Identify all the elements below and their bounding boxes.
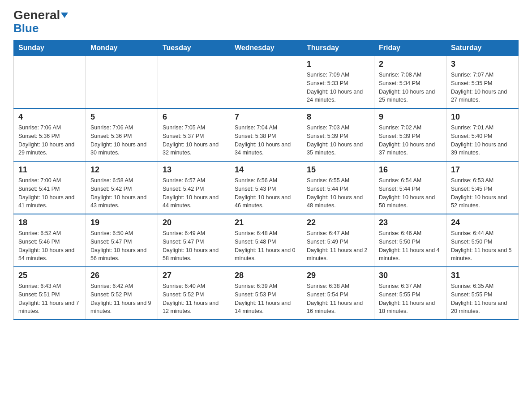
weekday-header-monday: Monday — [86, 40, 158, 56]
day-number: 23 — [379, 218, 442, 227]
day-info: Sunrise: 6:42 AMSunset: 5:52 PMDaylight:… — [90, 282, 153, 316]
day-number: 7 — [235, 112, 297, 122]
day-number: 12 — [90, 165, 153, 175]
calendar-cell: 1Sunrise: 7:09 AMSunset: 5:33 PMDaylight… — [302, 56, 374, 109]
logo-blue: Blue — [13, 21, 39, 35]
day-number: 27 — [163, 271, 225, 280]
day-info: Sunrise: 6:48 AMSunset: 5:48 PMDaylight:… — [235, 229, 297, 263]
day-number: 25 — [18, 271, 81, 280]
calendar-cell: 19Sunrise: 6:50 AMSunset: 5:47 PMDayligh… — [86, 214, 158, 267]
weekday-header-saturday: Saturday — [446, 40, 519, 56]
day-info: Sunrise: 6:40 AMSunset: 5:52 PMDaylight:… — [163, 282, 225, 316]
day-info: Sunrise: 6:49 AMSunset: 5:47 PMDaylight:… — [163, 229, 225, 263]
calendar-cell: 22Sunrise: 6:47 AMSunset: 5:49 PMDayligh… — [302, 214, 374, 267]
day-info: Sunrise: 6:55 AMSunset: 5:44 PMDaylight:… — [307, 176, 369, 210]
day-number: 11 — [18, 165, 81, 175]
calendar-cell: 28Sunrise: 6:39 AMSunset: 5:53 PMDayligh… — [230, 267, 302, 320]
weekday-header-sunday: Sunday — [14, 40, 86, 56]
calendar-cell: 24Sunrise: 6:44 AMSunset: 5:50 PMDayligh… — [446, 214, 519, 267]
day-info: Sunrise: 6:47 AMSunset: 5:49 PMDaylight:… — [307, 229, 369, 263]
calendar-cell: 17Sunrise: 6:53 AMSunset: 5:45 PMDayligh… — [446, 161, 519, 214]
day-info: Sunrise: 7:06 AMSunset: 5:36 PMDaylight:… — [18, 124, 81, 157]
day-info: Sunrise: 6:57 AMSunset: 5:42 PMDaylight:… — [163, 176, 225, 210]
day-number: 6 — [163, 112, 225, 122]
day-info: Sunrise: 7:03 AMSunset: 5:39 PMDaylight:… — [307, 124, 369, 157]
day-info: Sunrise: 6:58 AMSunset: 5:42 PMDaylight:… — [90, 176, 153, 210]
calendar-cell: 29Sunrise: 6:38 AMSunset: 5:54 PMDayligh… — [302, 267, 374, 320]
page-header: General Blue — [13, 9, 519, 35]
calendar-cell: 25Sunrise: 6:43 AMSunset: 5:51 PMDayligh… — [14, 267, 86, 320]
calendar-week-row: 11Sunrise: 7:00 AMSunset: 5:41 PMDayligh… — [14, 161, 519, 214]
calendar-cell — [86, 56, 158, 109]
day-number: 10 — [451, 112, 514, 122]
weekday-header-row: SundayMondayTuesdayWednesdayThursdayFrid… — [14, 40, 519, 56]
calendar-cell: 18Sunrise: 6:52 AMSunset: 5:46 PMDayligh… — [14, 214, 86, 267]
day-info: Sunrise: 6:54 AMSunset: 5:44 PMDaylight:… — [379, 176, 442, 210]
day-info: Sunrise: 7:08 AMSunset: 5:34 PMDaylight:… — [379, 71, 442, 104]
day-info: Sunrise: 7:00 AMSunset: 5:41 PMDaylight:… — [18, 176, 81, 210]
calendar-cell: 31Sunrise: 6:35 AMSunset: 5:55 PMDayligh… — [446, 267, 519, 320]
day-number: 4 — [18, 112, 81, 122]
day-number: 26 — [90, 271, 153, 280]
calendar-cell: 23Sunrise: 6:46 AMSunset: 5:50 PMDayligh… — [374, 214, 446, 267]
calendar-cell: 2Sunrise: 7:08 AMSunset: 5:34 PMDaylight… — [374, 56, 446, 109]
weekday-header-tuesday: Tuesday — [158, 40, 230, 56]
day-info: Sunrise: 6:53 AMSunset: 5:45 PMDaylight:… — [451, 176, 514, 210]
day-number: 15 — [307, 165, 369, 175]
calendar-cell: 10Sunrise: 7:01 AMSunset: 5:40 PMDayligh… — [446, 108, 519, 161]
day-info: Sunrise: 6:52 AMSunset: 5:46 PMDaylight:… — [18, 229, 81, 263]
calendar-cell: 3Sunrise: 7:07 AMSunset: 5:35 PMDaylight… — [446, 56, 519, 109]
calendar-week-row: 25Sunrise: 6:43 AMSunset: 5:51 PMDayligh… — [14, 267, 519, 320]
day-number: 2 — [379, 60, 442, 69]
calendar-cell: 4Sunrise: 7:06 AMSunset: 5:36 PMDaylight… — [14, 108, 86, 161]
day-info: Sunrise: 7:04 AMSunset: 5:38 PMDaylight:… — [235, 124, 297, 157]
day-number: 9 — [379, 112, 442, 122]
calendar-week-row: 18Sunrise: 6:52 AMSunset: 5:46 PMDayligh… — [14, 214, 519, 267]
day-number: 31 — [451, 271, 514, 280]
calendar-cell: 7Sunrise: 7:04 AMSunset: 5:38 PMDaylight… — [230, 108, 302, 161]
day-info: Sunrise: 7:09 AMSunset: 5:33 PMDaylight:… — [307, 71, 369, 104]
day-number: 21 — [235, 218, 297, 227]
day-info: Sunrise: 6:35 AMSunset: 5:55 PMDaylight:… — [451, 282, 514, 316]
calendar-cell — [230, 56, 302, 109]
logo: General Blue — [13, 9, 68, 35]
calendar-cell: 6Sunrise: 7:05 AMSunset: 5:37 PMDaylight… — [158, 108, 230, 161]
day-number: 19 — [90, 218, 153, 227]
calendar-cell: 9Sunrise: 7:02 AMSunset: 5:39 PMDaylight… — [374, 108, 446, 161]
calendar-cell: 8Sunrise: 7:03 AMSunset: 5:39 PMDaylight… — [302, 108, 374, 161]
weekday-header-friday: Friday — [374, 40, 446, 56]
day-number: 24 — [451, 218, 514, 227]
calendar-cell: 5Sunrise: 7:06 AMSunset: 5:36 PMDaylight… — [86, 108, 158, 161]
calendar-cell: 14Sunrise: 6:56 AMSunset: 5:43 PMDayligh… — [230, 161, 302, 214]
day-number: 3 — [451, 60, 514, 69]
calendar-cell: 16Sunrise: 6:54 AMSunset: 5:44 PMDayligh… — [374, 161, 446, 214]
calendar-cell: 13Sunrise: 6:57 AMSunset: 5:42 PMDayligh… — [158, 161, 230, 214]
logo-general: General — [13, 9, 60, 21]
day-info: Sunrise: 7:02 AMSunset: 5:39 PMDaylight:… — [379, 124, 442, 157]
calendar-week-row: 4Sunrise: 7:06 AMSunset: 5:36 PMDaylight… — [14, 108, 519, 161]
day-number: 17 — [451, 165, 514, 175]
calendar-week-row: 1Sunrise: 7:09 AMSunset: 5:33 PMDaylight… — [14, 56, 519, 109]
calendar-cell: 20Sunrise: 6:49 AMSunset: 5:47 PMDayligh… — [158, 214, 230, 267]
day-number: 22 — [307, 218, 369, 227]
calendar-cell: 27Sunrise: 6:40 AMSunset: 5:52 PMDayligh… — [158, 267, 230, 320]
day-number: 16 — [379, 165, 442, 175]
calendar-cell: 21Sunrise: 6:48 AMSunset: 5:48 PMDayligh… — [230, 214, 302, 267]
weekday-header-wednesday: Wednesday — [230, 40, 302, 56]
day-number: 30 — [379, 271, 442, 280]
day-info: Sunrise: 6:46 AMSunset: 5:50 PMDaylight:… — [379, 229, 442, 263]
day-info: Sunrise: 6:37 AMSunset: 5:55 PMDaylight:… — [379, 282, 442, 316]
day-number: 18 — [18, 218, 81, 227]
day-info: Sunrise: 6:56 AMSunset: 5:43 PMDaylight:… — [235, 176, 297, 210]
day-number: 20 — [163, 218, 225, 227]
day-info: Sunrise: 7:06 AMSunset: 5:36 PMDaylight:… — [90, 124, 153, 157]
day-info: Sunrise: 6:43 AMSunset: 5:51 PMDaylight:… — [18, 282, 81, 316]
day-number: 14 — [235, 165, 297, 175]
calendar-cell — [14, 56, 86, 109]
day-number: 28 — [235, 271, 297, 280]
day-info: Sunrise: 6:44 AMSunset: 5:50 PMDaylight:… — [451, 229, 514, 263]
calendar-cell — [158, 56, 230, 109]
day-number: 5 — [90, 112, 153, 122]
day-info: Sunrise: 6:50 AMSunset: 5:47 PMDaylight:… — [90, 229, 153, 263]
day-number: 29 — [307, 271, 369, 280]
